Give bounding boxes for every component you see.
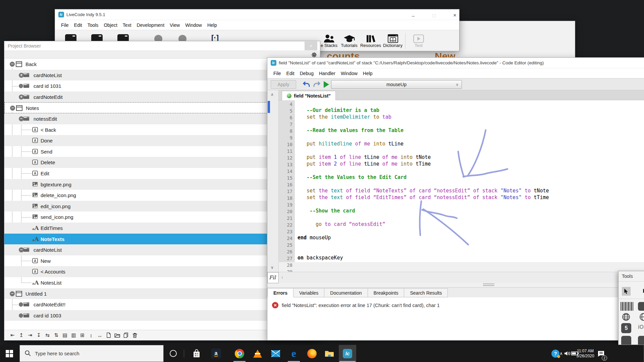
toolbar-item-test[interactable]: Test [407,33,430,48]
tree-toggle-minus[interactable]: − [10,291,15,296]
tab-variables[interactable]: Variables [293,288,324,297]
tree-toggle-minus[interactable]: − [10,106,15,111]
html5-tool[interactable]: 5 [621,323,631,333]
menu-file[interactable]: File [271,70,284,77]
toolbar-item-dictionary[interactable]: Dictionary [381,33,405,48]
ios-tool[interactable]: iO [638,324,644,330]
file-explorer-icon[interactable] [321,345,337,362]
align-left-icon[interactable]: ⇤ [10,332,15,338]
pane-drag-handle[interactable] [483,284,494,284]
mail-icon[interactable] [268,345,284,362]
main-title-bar[interactable]: lc LiveCode Indy 9.5.1 – □ × [55,9,459,20]
vlc-icon[interactable] [250,345,266,362]
distribute-h-icon[interactable]: ⇆ [45,332,50,338]
menu-view[interactable]: View [167,21,182,29]
menu-development[interactable]: Development [134,21,167,29]
columns-icon[interactable]: ▥ [71,332,76,338]
handler-dropdown-value: mouseUp [386,82,407,87]
menu-help[interactable]: Help [205,21,220,29]
chrome-icon[interactable] [231,345,248,362]
firefox-icon[interactable] [304,345,320,362]
tab-breakpoints[interactable]: Breakpoints [368,288,405,297]
code-editor-title-bar[interactable]: lc field "NotesList" of card "cardNoteLi… [267,58,644,68]
line-number: 27 [279,255,292,262]
scrollbar-thumb[interactable] [268,101,270,113]
menu-text[interactable]: Text [120,21,134,29]
svg-text:A: A [34,270,36,274]
toolbar-item-label: Dictionary [383,43,402,48]
minimize-button[interactable]: – [406,11,420,19]
start-button[interactable] [1,345,17,362]
close-button[interactable]: × [448,11,459,19]
edge-icon[interactable]: e [286,345,302,362]
menu-object[interactable]: Object [101,21,120,29]
pane-drag-handle[interactable] [483,285,494,286]
apply-button[interactable]: Apply [271,80,296,89]
horizontal-scrollbar[interactable]: Fil ‹ [267,272,644,283]
filter-field[interactable]: Fil [267,272,279,283]
menu-debug[interactable]: Debug [297,70,316,77]
notifications-icon[interactable]: 2 [594,345,608,362]
cortana-icon[interactable] [165,345,181,362]
undo-icon[interactable] [302,80,310,90]
line-number: 11 [279,148,292,155]
tree-toggle-minus[interactable]: − [10,62,15,67]
line-number: 9 [279,134,292,141]
browser-tool-2[interactable] [639,313,644,321]
button-tool[interactable] [638,302,644,311]
resize-h-icon[interactable]: ↔ [97,333,103,338]
menu-window[interactable]: Window [338,70,360,77]
code-line [295,261,644,262]
menu-tools[interactable]: Tools [85,21,101,29]
amazon-icon[interactable]: a [208,345,224,362]
line-number: 18 [279,195,292,201]
widget-tool-2[interactable] [638,336,644,345]
barcode-tool[interactable] [621,302,634,311]
toolbar-item-resources[interactable]: Resources [359,33,382,48]
grid-icon[interactable]: ⊞ [79,332,85,338]
livecode-taskbar-icon[interactable]: lc [339,345,356,362]
menu-edit[interactable]: Edit [71,21,85,29]
new-document-icon[interactable] [106,333,111,338]
align-top-icon[interactable]: ↥ [18,332,24,338]
tab-search-results[interactable]: Search Results [404,288,448,297]
store-icon[interactable] [189,345,205,362]
scroll-down-icon[interactable]: ∨ [271,265,274,270]
resize-v-icon[interactable]: ↕ [88,333,94,338]
tab-documentation[interactable]: Documentation [324,288,368,297]
align-right-icon[interactable]: ⇥ [27,332,33,338]
code-area[interactable]: --Our delimiter is a tabset the itemDeli… [295,100,644,262]
taskbar-clock[interactable]: 11:07 AM 3/26/2020 [576,345,595,362]
tab-errors[interactable]: Errors [267,288,293,297]
maximize-button[interactable]: □ [427,11,441,19]
line-number: 10 [279,141,292,148]
vertical-scrollbar[interactable]: ∧ ∨ [267,90,279,272]
scroll-up-icon[interactable]: ∧ [271,92,274,97]
script-tab[interactable]: field "NotesList" [282,91,336,100]
menu-help[interactable]: Help [360,70,375,77]
menu-edit[interactable]: Edit [284,70,297,77]
edit-tool[interactable] [641,287,644,296]
menu-window[interactable]: Window [182,21,205,29]
browser-tool[interactable] [622,313,630,321]
pointer-tool[interactable] [622,287,631,296]
error-icon: ✕ [272,302,278,308]
duplicate-icon[interactable] [123,333,129,338]
tools-palette: Tools 5 iO [618,271,644,345]
scroll-left-icon[interactable]: ‹ [281,275,283,280]
rows-icon[interactable]: ▤ [62,332,68,338]
widget-tool[interactable] [621,336,631,345]
delete-trash-icon[interactable] [132,333,138,338]
close-icon[interactable]: × [305,42,317,50]
redo-icon[interactable] [313,80,321,90]
project-browser-title-bar[interactable]: Project Browser × [4,41,320,51]
menu-handler[interactable]: Handler [316,70,338,77]
toolbar-item-tutorials[interactable]: Tutorials [337,33,361,48]
run-play-icon[interactable] [324,81,329,88]
menu-file[interactable]: File [58,21,71,29]
open-folder-icon[interactable] [114,333,120,338]
distribute-v-icon[interactable]: ⇅ [53,332,59,338]
taskbar-search-input[interactable]: Type here to search [19,345,164,362]
align-bottom-icon[interactable]: ↧ [36,332,42,338]
handler-dropdown[interactable]: mouseUp ∨ [331,80,462,89]
